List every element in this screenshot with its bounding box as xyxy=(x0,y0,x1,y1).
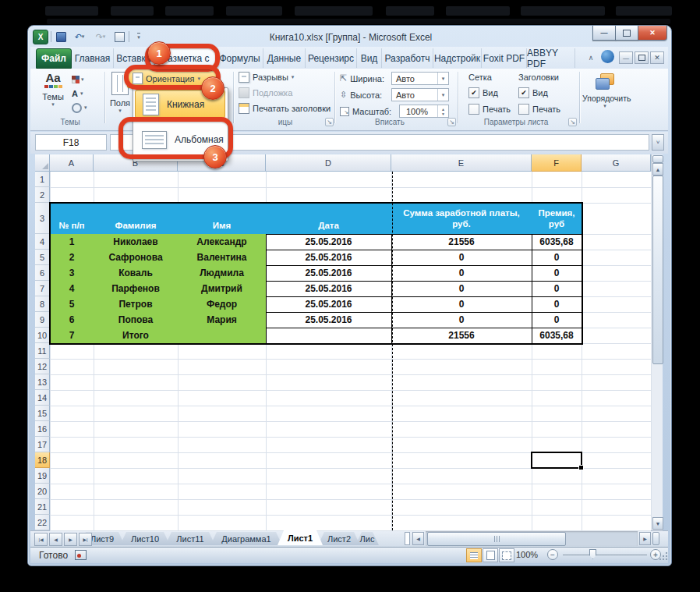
redo-button[interactable]: ↷▾ xyxy=(91,30,110,44)
tab-split-handle[interactable] xyxy=(405,532,410,545)
table-cell[interactable]: 4 xyxy=(50,281,94,297)
theme-fonts-button[interactable]: А▾ xyxy=(72,87,92,100)
sheet-tab-Лист2[interactable]: Лист2 xyxy=(318,532,360,545)
undo-button[interactable]: ↶▾ xyxy=(70,30,89,44)
table-cell[interactable]: Парфенов xyxy=(94,281,179,297)
table-cell[interactable]: 0 xyxy=(391,281,532,297)
row-header-19[interactable]: 19 xyxy=(35,468,50,484)
horizontal-scroll-thumb[interactable] xyxy=(427,532,566,546)
row-header-11[interactable]: 11 xyxy=(35,343,50,359)
table-cell[interactable]: Итого xyxy=(94,328,179,344)
row-header-15[interactable]: 15 xyxy=(35,406,50,421)
sheet-tab-Лист1[interactable]: Лист1 xyxy=(278,530,323,545)
expand-formula-bar-button[interactable]: ˅ xyxy=(652,134,664,151)
table-cell[interactable]: Николаев xyxy=(94,234,179,250)
table-cell[interactable]: 21556 xyxy=(391,234,532,250)
table-cell[interactable]: 0 xyxy=(532,250,582,266)
table-cell[interactable]: 0 xyxy=(532,296,582,313)
table-cell[interactable]: 6035,68 xyxy=(532,328,582,344)
table-cell[interactable]: 2 xyxy=(50,250,94,266)
print-titles-button[interactable]: Печатать заголовки xyxy=(239,102,331,115)
close-button[interactable]: ✕ xyxy=(638,26,667,41)
name-box[interactable]: F18 xyxy=(35,134,107,151)
headings-view-checkbox[interactable]: ✔Вид xyxy=(518,87,548,98)
minimize-ribbon-button[interactable]: ∧ xyxy=(585,51,597,63)
help-button[interactable] xyxy=(601,50,614,63)
gridlines-print-checkbox[interactable]: Печать xyxy=(468,104,511,115)
zoom-level-label[interactable]: 100% xyxy=(516,550,538,559)
row-header-21[interactable]: 21 xyxy=(35,499,50,515)
sheet-tab-Лист11[interactable]: Лист11 xyxy=(165,532,215,545)
table-cell[interactable]: 3 xyxy=(50,265,94,282)
table-cell[interactable]: 0 xyxy=(532,265,582,282)
sheet-options-dialog-launcher[interactable]: ↘ xyxy=(568,118,577,126)
theme-colors-button[interactable]: ▾ xyxy=(72,73,92,86)
row-header-13[interactable]: 13 xyxy=(35,374,50,390)
excel-logo-icon[interactable]: X xyxy=(33,30,48,44)
page-break-view-button[interactable] xyxy=(499,548,514,562)
first-sheet-button[interactable]: |◀ xyxy=(34,533,48,546)
tab-Главная[interactable]: Главная xyxy=(72,48,114,68)
width-combobox[interactable]: Авто▾ xyxy=(391,72,449,85)
table-cell[interactable]: Попова xyxy=(94,312,179,328)
sheet-tab-Диаграмма1[interactable]: Диаграмма1 xyxy=(210,532,282,545)
table-cell[interactable]: 6 xyxy=(50,312,94,328)
horizontal-scrollbar[interactable] xyxy=(426,531,638,546)
row-header-14[interactable]: 14 xyxy=(35,390,50,406)
page-layout-view-button[interactable] xyxy=(483,548,498,562)
theme-effects-button[interactable]: ▾ xyxy=(72,101,92,114)
table-header-cell[interactable]: Фамилия xyxy=(94,203,179,235)
arrange-button[interactable]: Упорядочить ▾ xyxy=(582,72,628,117)
row-header-8[interactable]: 8 xyxy=(35,296,50,312)
table-cell[interactable]: 0 xyxy=(391,312,532,328)
table-cell[interactable]: Людмила xyxy=(178,265,267,282)
normal-view-button[interactable] xyxy=(466,548,482,562)
row-header-17[interactable]: 17 xyxy=(35,437,50,452)
minimize-button[interactable]: — xyxy=(592,26,616,41)
table-cell[interactable]: 21556 xyxy=(391,328,532,344)
table-cell[interactable]: 1 xyxy=(50,234,94,250)
table-cell[interactable]: Александр xyxy=(178,234,267,250)
hscroll-resize-handle[interactable] xyxy=(652,532,659,545)
table-cell[interactable] xyxy=(178,328,267,344)
next-sheet-button[interactable]: ▶ xyxy=(64,533,77,546)
table-cell[interactable]: Федор xyxy=(178,296,267,313)
row-header-3[interactable]: 3 xyxy=(35,203,50,234)
gridlines-view-checkbox[interactable]: ✔Вид xyxy=(468,87,498,98)
row-header-20[interactable]: 20 xyxy=(35,484,50,499)
paste-range-icon[interactable] xyxy=(112,30,126,44)
tab-Рецензирс[interactable]: Рецензирс xyxy=(306,48,357,68)
workbook-minimize-button[interactable]: — xyxy=(619,51,633,64)
table-cell[interactable]: Валентина xyxy=(178,250,267,266)
watermark-button[interactable]: Подложка xyxy=(239,87,292,99)
page-setup-dialog-launcher[interactable]: ↘ xyxy=(325,118,334,126)
table-cell[interactable]: Коваль xyxy=(94,265,179,282)
vertical-scrollbar[interactable]: ▲ ▼ xyxy=(651,154,663,530)
column-header-F[interactable]: F xyxy=(532,154,582,172)
height-combobox[interactable]: Авто▾ xyxy=(391,88,449,101)
table-header-cell[interactable]: Дата xyxy=(266,203,392,235)
restore-button[interactable] xyxy=(616,26,638,41)
table-header-cell[interactable]: Сумма заработной платы, руб. xyxy=(391,203,532,235)
zoom-out-button[interactable]: − xyxy=(547,549,558,560)
tab-ABBYY PDF[interactable]: ABBYY PDF xyxy=(527,48,575,68)
vertical-scroll-thumb[interactable] xyxy=(652,175,663,364)
tab-Разработч[interactable]: Разработч xyxy=(382,48,433,68)
row-header-6[interactable]: 6 xyxy=(35,265,50,281)
tab-Вид[interactable]: Вид xyxy=(357,48,382,68)
column-header-D[interactable]: D xyxy=(266,154,391,172)
table-cell[interactable]: 0 xyxy=(391,250,532,266)
customize-qat-button[interactable]: ▾ xyxy=(132,30,146,44)
table-cell[interactable]: 0 xyxy=(391,265,532,282)
table-cell[interactable]: 25.05.2016 xyxy=(266,281,392,297)
prev-sheet-button[interactable]: ◀ xyxy=(49,533,62,546)
workbook-restore-button[interactable] xyxy=(635,51,649,64)
table-cell[interactable]: 25.05.2016 xyxy=(266,250,392,266)
table-cell[interactable]: 25.05.2016 xyxy=(266,265,392,282)
row-header-16[interactable]: 16 xyxy=(35,421,50,437)
row-header-12[interactable]: 12 xyxy=(35,359,50,374)
tab-Foxit PDF[interactable]: Foxit PDF xyxy=(482,48,527,68)
zoom-slider-track[interactable] xyxy=(563,555,647,555)
scrollbar-split-handle[interactable] xyxy=(652,155,663,163)
table-header-cell[interactable]: Имя xyxy=(178,203,267,235)
